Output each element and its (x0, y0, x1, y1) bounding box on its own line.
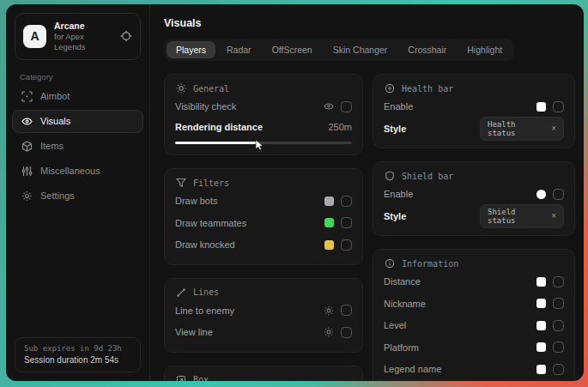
rendering-distance-slider[interactable] (175, 142, 352, 144)
panel-title: Information (402, 259, 458, 269)
row-draw-teammates: Draw teammates (175, 215, 352, 233)
app-title-wrap: Arcane for Apex Legends (54, 21, 112, 52)
color-swatch[interactable] (536, 321, 546, 330)
row-nickname: Nickname (384, 295, 564, 313)
health-enable-checkbox[interactable] (553, 101, 564, 112)
color-swatch[interactable] (536, 277, 546, 287)
sidebar-item-label: Settings (40, 190, 75, 201)
color-swatch[interactable] (536, 299, 546, 308)
line-icon (175, 287, 186, 298)
legend-name-checkbox[interactable] (553, 364, 564, 375)
panel-health-bar: Health bar Enable Style Health status (373, 74, 575, 148)
tab-highlight[interactable]: Highlight (458, 41, 512, 58)
panel-title: General (193, 84, 229, 94)
row-label: Style (384, 124, 406, 134)
sidebar-item-label: Aimbot (40, 91, 70, 101)
row-label: Line to enemy (175, 305, 234, 316)
remove-tag-icon[interactable]: × (551, 212, 556, 221)
app-title: Arcane (54, 21, 112, 32)
row-legend-name: Legend name (384, 360, 564, 378)
shield-icon (384, 171, 395, 181)
sidebar-item-aimbot[interactable]: Aimbot (12, 85, 143, 108)
app-subtitle: for Apex Legends (54, 32, 112, 52)
row-distance: Distance (384, 273, 564, 291)
row-health-style: Style Health status × (384, 120, 564, 138)
row-visibility-check: Visibility check (175, 98, 352, 116)
funnel-icon (175, 178, 186, 188)
distance-checkbox[interactable] (553, 276, 564, 287)
session-duration-text: Session duration 2m 54s (24, 355, 131, 365)
tag-label: Shield status (488, 208, 544, 225)
platform-checkbox[interactable] (553, 342, 564, 353)
color-swatch[interactable] (536, 365, 546, 374)
row-line-to-enemy: Line to enemy (175, 302, 352, 320)
row-health-enable: Enable (384, 98, 564, 116)
color-swatch[interactable] (324, 218, 334, 227)
scope-icon[interactable] (120, 30, 132, 42)
panel-lines: Lines Line to enemy (164, 278, 363, 353)
tab-bar: Players Radar OffScreen Skin Changer Cro… (164, 39, 514, 61)
panel-box: Box Enable Enable background (164, 366, 363, 382)
nickname-checkbox[interactable] (553, 298, 564, 309)
row-label: Nickname (384, 299, 426, 309)
level-checkbox[interactable] (553, 320, 564, 331)
tag-label: Health status (488, 120, 544, 137)
row-label: View line (175, 327, 213, 337)
left-column: General Visibility check (164, 74, 363, 381)
color-swatch[interactable] (536, 102, 546, 112)
draw-teammates-checkbox[interactable] (341, 217, 352, 228)
row-label: Level (384, 320, 406, 330)
sidebar-item-settings[interactable]: Settings (12, 184, 143, 208)
row-label: Draw teammates (175, 218, 246, 228)
sidebar-item-miscellaneous[interactable]: Miscellaneous (12, 160, 143, 183)
sidebar-item-label: Visuals (40, 116, 70, 126)
color-swatch[interactable] (536, 190, 546, 199)
row-platform: Platform (384, 339, 564, 357)
page-title: Visuals (164, 17, 575, 29)
gear-icon (21, 190, 33, 202)
app-window: A Arcane for Apex Legends Category (6, 4, 584, 381)
subscription-card: Sub expires in 9d 23h Session duration 2… (15, 337, 141, 372)
tab-skin-changer[interactable]: Skin Changer (324, 41, 397, 58)
gear-icon[interactable] (324, 327, 334, 337)
color-swatch[interactable] (324, 197, 334, 206)
mouse-cursor-icon (255, 138, 264, 154)
line-to-enemy-checkbox[interactable] (341, 305, 352, 316)
sidebar-item-visuals[interactable]: Visuals (12, 110, 143, 133)
panel-title: Box (193, 375, 209, 381)
row-label: Style (384, 211, 406, 221)
panel-filters: Filters Draw bots Draw teammates (164, 168, 363, 265)
tab-radar[interactable]: Radar (217, 41, 261, 58)
panel-shield-bar: Shield bar Enable Style Shield status (373, 161, 575, 236)
color-swatch[interactable] (536, 342, 546, 352)
tab-crosshair[interactable]: Crosshair (398, 41, 456, 58)
tab-offscreen[interactable]: OffScreen (263, 41, 322, 58)
draw-knocked-checkbox[interactable] (341, 239, 352, 251)
eye-icon[interactable] (324, 101, 334, 112)
row-label: Draw knocked (175, 239, 235, 250)
visibility-check-checkbox[interactable] (341, 101, 352, 112)
row-label: Enable (384, 189, 413, 199)
view-line-checkbox[interactable] (341, 327, 352, 338)
panel-information: Information Distance Nickname (373, 249, 575, 381)
health-style-select[interactable]: Health status × (480, 117, 564, 141)
slider-value: 250m (328, 122, 352, 132)
panel-title: Filters (193, 178, 229, 188)
row-label: Enable (384, 101, 413, 112)
gear-icon[interactable] (324, 305, 334, 316)
shield-enable-checkbox[interactable] (553, 189, 564, 200)
draw-bots-checkbox[interactable] (341, 196, 352, 207)
sidebar-item-label: Items (40, 141, 64, 151)
main-content: Visuals Players Radar OffScreen Skin Cha… (150, 4, 584, 381)
sidebar: A Arcane for Apex Legends Category (6, 4, 150, 381)
row-label: Platform (384, 342, 419, 353)
sidebar-nav: Aimbot Visuals Items (6, 85, 149, 208)
tab-players[interactable]: Players (167, 41, 215, 58)
shield-style-select[interactable]: Shield status × (480, 204, 564, 228)
sidebar-item-items[interactable]: Items (12, 135, 143, 158)
row-shield-enable: Enable (384, 185, 564, 203)
color-swatch[interactable] (324, 240, 334, 250)
remove-tag-icon[interactable]: × (551, 124, 556, 133)
app-logo: A (23, 25, 46, 48)
sub-expires-text: Sub expires in 9d 23h (24, 344, 131, 353)
